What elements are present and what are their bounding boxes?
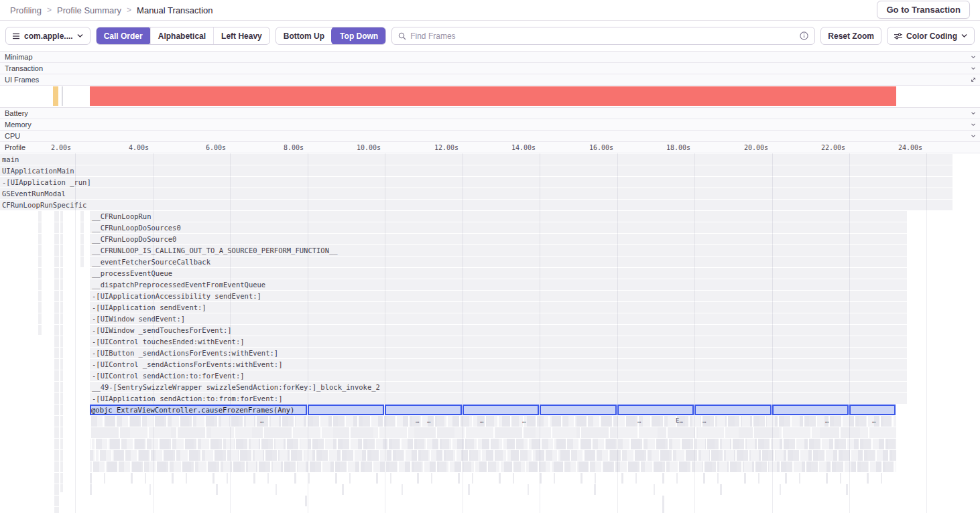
selected-frame-segment[interactable] xyxy=(694,405,772,415)
expand-diagonal-icon[interactable] xyxy=(971,77,976,82)
collapsed-frame-label: … xyxy=(702,417,706,424)
collapse-chevron-icon[interactable] xyxy=(971,133,976,139)
chevron-down-icon xyxy=(77,33,83,38)
selected-frame-segment[interactable] xyxy=(772,405,849,415)
left-stack-column[interactable] xyxy=(54,211,59,513)
stack-frame[interactable]: -[UIControl _sendActionsForEvents:withEv… xyxy=(90,359,907,370)
collapsed-frames-row[interactable] xyxy=(90,484,896,495)
stack-frame[interactable]: -[UIButton _sendActionsForEvents:withEve… xyxy=(90,348,907,358)
section-profile[interactable]: Profile 2.00s4.00s6.00s8.00s10.00s12.00s… xyxy=(0,142,980,153)
breadcrumb-bar: Profiling > Profile Summary > Manual Tra… xyxy=(0,0,980,21)
section-transaction[interactable]: Transaction xyxy=(0,63,980,74)
left-stack-column[interactable] xyxy=(80,211,84,268)
selected-frame-segment[interactable] xyxy=(308,405,384,415)
gridline xyxy=(308,153,308,513)
collapsed-frames-row[interactable] xyxy=(90,473,896,484)
stack-frame[interactable]: GSEventRunModal xyxy=(0,188,953,199)
selected-frame-segment[interactable]: @objc ExtraViewController.causeFrozenFra… xyxy=(90,405,307,415)
left-heavy-button[interactable]: Left Heavy xyxy=(213,27,269,44)
collapsed-frames-row[interactable] xyxy=(90,461,896,472)
time-tick-label: 2.00s xyxy=(28,144,71,151)
time-tick-label: 24.00s xyxy=(879,144,922,151)
collapse-chevron-icon[interactable] xyxy=(971,122,976,127)
stack-frame[interactable]: UIApplicationMain xyxy=(0,165,953,176)
selected-frame-segment[interactable] xyxy=(849,405,896,415)
tiny-frame[interactable] xyxy=(305,496,307,506)
slow-frame-bar[interactable] xyxy=(53,86,58,106)
reset-zoom-button[interactable]: Reset Zoom xyxy=(820,27,881,45)
find-frames-search xyxy=(391,27,815,45)
time-tick-label: 16.00s xyxy=(570,144,613,151)
stack-frame[interactable]: -[UIControl sendAction:to:forEvent:] xyxy=(90,370,907,381)
selected-frame-segment[interactable] xyxy=(463,405,539,415)
color-coding-label: Color Coding xyxy=(906,31,957,41)
time-tick-label: 12.00s xyxy=(416,144,458,151)
search-input[interactable] xyxy=(410,31,796,41)
breadcrumb: Profiling > Profile Summary > Manual Tra… xyxy=(10,5,213,15)
bottom-up-button[interactable]: Bottom Up xyxy=(276,27,332,44)
stack-frame[interactable]: -[UIControl touchesEnded:withEvent:] xyxy=(90,336,907,347)
section-memory[interactable]: Memory xyxy=(0,119,980,131)
stack-frame[interactable]: __processEventQueue xyxy=(90,268,907,279)
stack-frame[interactable]: __dispatchPreprocessedEventFromEventQueu… xyxy=(90,279,907,290)
stack-frame[interactable]: -[UIApplication sendEvent:] xyxy=(90,302,907,313)
info-icon[interactable] xyxy=(800,31,808,40)
left-stack-column[interactable] xyxy=(60,211,63,492)
sliders-icon xyxy=(894,33,902,40)
stack-frame[interactable]: __49-[SentrySwizzleWrapper swizzleSendAc… xyxy=(90,382,907,392)
stack-frame[interactable]: -[UIWindow _sendTouchesForEvent:] xyxy=(90,325,907,336)
color-coding-dropdown[interactable]: Color Coding xyxy=(887,27,975,45)
breadcrumb-profiling[interactable]: Profiling xyxy=(10,5,42,15)
collapsed-frames-row[interactable] xyxy=(90,416,896,427)
stack-frame[interactable]: CFRunLoopRunSpecific xyxy=(0,200,953,210)
stack-frame[interactable]: __CFRunLoopDoSource0 xyxy=(90,234,907,244)
alphabetical-button[interactable]: Alphabetical xyxy=(150,27,213,44)
collapse-chevron-icon[interactable] xyxy=(971,54,976,60)
time-ruler: 2.00s4.00s6.00s8.00s10.00s12.00s14.00s16… xyxy=(0,142,980,153)
time-tick-label: 22.00s xyxy=(802,144,845,151)
time-tick-label: 18.00s xyxy=(648,144,690,151)
stack-frame[interactable]: main xyxy=(0,154,953,165)
thread-selector-dropdown[interactable]: com.apple.... xyxy=(5,27,90,45)
stack-frame[interactable]: __CFRUNLOOP_IS_CALLING_OUT_TO_A_SOURCE0_… xyxy=(90,245,907,256)
collapse-chevron-icon[interactable] xyxy=(971,111,976,116)
collapsed-frame-label: … xyxy=(260,417,263,424)
stack-frame[interactable]: __eventFetcherSourceCallback xyxy=(90,256,907,267)
stack-frame[interactable]: -[UIApplication sendAction:to:from:forEv… xyxy=(90,393,907,404)
go-to-transaction-button[interactable]: Go to Transaction xyxy=(877,1,970,19)
stack-frame[interactable]: __CFRunLoopRun xyxy=(90,211,907,222)
time-tick-label: 10.00s xyxy=(338,144,381,151)
time-tick-label: 20.00s xyxy=(725,144,768,151)
stack-frame[interactable]: -[UIApplicationAccessibility sendEvent:] xyxy=(90,291,907,301)
stack-frame[interactable]: -[UIApplication _run] xyxy=(0,177,953,188)
collapsed-frame-label: … xyxy=(427,417,430,424)
collapse-chevron-icon[interactable] xyxy=(971,66,976,71)
stack-frame[interactable]: -[UIWindow sendEvent:] xyxy=(90,313,907,324)
left-stack-column[interactable] xyxy=(38,211,42,335)
flamegraph-canvas[interactable]: mainUIApplicationMain-[UIApplication _ru… xyxy=(0,153,980,513)
section-ui-frames[interactable]: UI Frames xyxy=(0,74,980,86)
section-minimap[interactable]: Minimap xyxy=(0,52,980,63)
gridline xyxy=(849,153,850,513)
collapsed-frame-label: E… xyxy=(676,417,683,424)
collapsed-frames-row[interactable] xyxy=(90,450,896,461)
breadcrumb-profile-summary[interactable]: Profile Summary xyxy=(57,5,121,15)
thread-selector-value: com.apple.... xyxy=(24,31,73,41)
top-down-button[interactable]: Top Down xyxy=(331,27,386,45)
gridline xyxy=(617,153,618,513)
selected-frame-segment[interactable] xyxy=(617,405,694,415)
section-battery[interactable]: Battery xyxy=(0,108,980,119)
tiny-frame[interactable] xyxy=(662,496,664,513)
ui-frames-track[interactable] xyxy=(0,86,980,108)
selected-frame-segment[interactable] xyxy=(385,405,462,415)
direction-button-group: Bottom Up Top Down xyxy=(275,27,386,45)
selected-frame-segment[interactable] xyxy=(540,405,617,415)
section-cpu[interactable]: CPU xyxy=(0,131,980,142)
call-order-button[interactable]: Call Order xyxy=(96,27,151,45)
stack-frame[interactable]: __CFRunLoopDoSources0 xyxy=(90,222,907,233)
gridline xyxy=(230,153,231,513)
collapsed-frames-row[interactable] xyxy=(90,427,896,438)
chevron-down-icon xyxy=(961,33,967,38)
collapsed-frames-row[interactable] xyxy=(90,439,896,449)
frozen-frames-bar[interactable] xyxy=(90,86,896,106)
